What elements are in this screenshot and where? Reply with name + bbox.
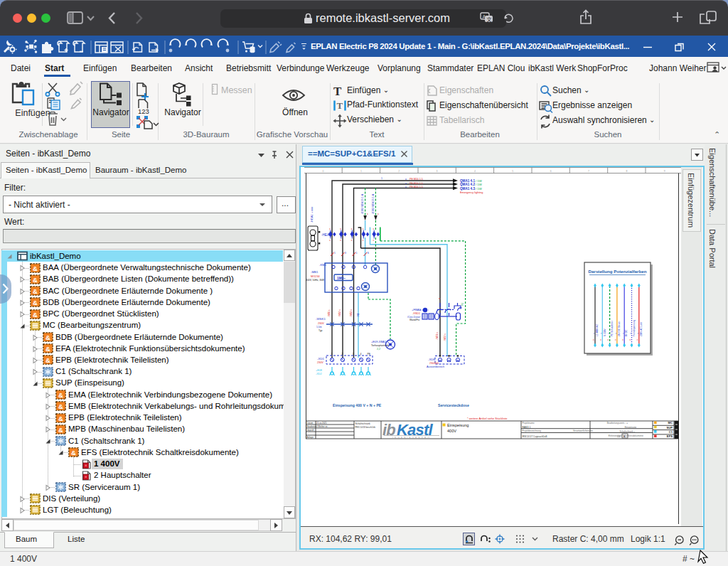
svg-text:SUP: SUP [666, 426, 673, 429]
svg-text:Einspeisung: Einspeisung [625, 426, 637, 429]
svg-text:Schaltschrank: Schaltschrank [355, 422, 371, 425]
svg-text:21.xx.2021: 21.xx.2021 [316, 422, 327, 424]
svg-text:&: & [33, 311, 38, 319]
svg-text:&: & [46, 333, 50, 341]
svg-text:0V DC: 0V DC [625, 329, 628, 336]
svg-text:Anlage: Anlage [307, 436, 314, 439]
svg-text:&: & [58, 426, 63, 434]
svg-text:Geprüft: Geprüft [307, 429, 314, 432]
svg-text:RAB21 1: RAB21 1 [523, 426, 531, 429]
svg-text:>: > [615, 332, 616, 335]
svg-text:N 230V: N 230V [604, 328, 606, 336]
svg-text:Datum: Datum [307, 422, 314, 424]
svg-text:Fremdspannung: Fremdspannung [633, 320, 636, 336]
svg-text:Projektname:: Projektname: [523, 422, 535, 424]
svg-text:J.Weiher xx: J.Weiher xx [316, 425, 328, 428]
svg-text:>: > [594, 332, 595, 335]
svg-text:IRW 24 DT CuppsachDoB: IRW 24 DT CuppsachDoB [523, 435, 547, 438]
svg-text:&: & [33, 265, 38, 272]
svg-text:>: > [623, 332, 624, 335]
svg-text:INGENIEURBÜRO: INGENIEURBÜRO [392, 437, 431, 439]
svg-text:PES 10/18 beschl.ktk: PES 10/18 beschl.ktk [355, 426, 376, 429]
svg-text:>: > [601, 332, 602, 335]
svg-text:C1: C1 [669, 430, 673, 434]
svg-text:&: & [71, 449, 76, 456]
svg-text:&: & [33, 276, 38, 284]
svg-text:MC: MC [668, 421, 673, 424]
svg-text:>: > [637, 332, 638, 335]
svg-text:Bearbeitungszentr... =: Bearbeitungszentr... = [607, 422, 628, 424]
svg-text:T: T [337, 100, 343, 111]
svg-text:400V: 400V [447, 429, 456, 433]
svg-text:Darstellung Potenzialfarben: Darstellung Potenzialfarben [589, 269, 647, 274]
svg-text:Schaltschrank +: Schaltschrank + [620, 430, 636, 433]
svg-text:230V AC Licht: 230V AC Licht [640, 322, 643, 336]
svg-text:&: & [33, 287, 38, 295]
svg-text:T: T [333, 85, 342, 98]
svg-text:>: > [608, 332, 609, 335]
svg-text:&: & [33, 299, 38, 306]
svg-text:PE Schutzleiter: PE Schutzleiter [611, 320, 614, 336]
svg-text:&: & [46, 356, 50, 364]
svg-text:Bearbeiter: Bearbeiter [307, 425, 317, 428]
svg-text:&: & [58, 415, 63, 422]
svg-text:Einspeisung: Einspeisung [447, 423, 469, 427]
svg-text:Verantwortlichename: Verantwortlichename [573, 429, 593, 432]
svg-text:>: > [630, 332, 631, 335]
svg-text:&: & [58, 391, 63, 399]
svg-text:EFS: EFS [667, 434, 673, 438]
svg-text:&: & [58, 402, 63, 410]
svg-text:Projektbezeichnung: Projektbezeichnung [523, 429, 542, 432]
svg-text:L1 400V AC: L1 400V AC [596, 324, 599, 336]
svg-text:24V DC Steuer: 24V DC Steuer [618, 321, 621, 336]
svg-text:Elektrotechnik Schaltkreisdoku: Elektrotechnik Schaltkreisdokumente [609, 434, 644, 437]
svg-text:&: & [46, 345, 50, 353]
svg-text:123: 123 [138, 107, 149, 115]
svg-text:文: 文 [487, 16, 492, 23]
